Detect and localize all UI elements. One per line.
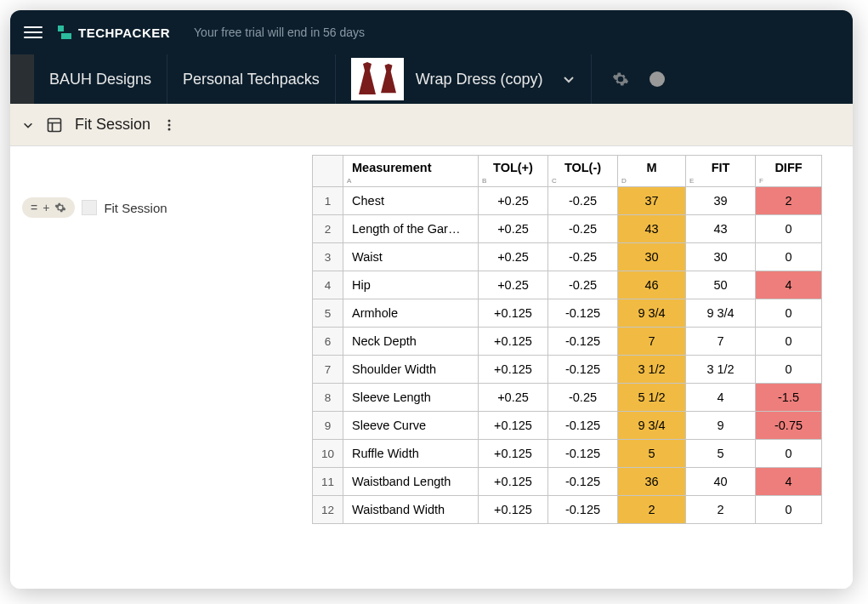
cell-fit[interactable]: 5 xyxy=(686,440,756,468)
table-row[interactable]: 6Neck Depth+0.125-0.125770 xyxy=(313,328,822,356)
th-fit[interactable]: FITE xyxy=(686,156,756,187)
cell-measurement[interactable]: Sleeve Length xyxy=(343,384,479,412)
cell-m[interactable]: 5 1/2 xyxy=(618,384,686,412)
brand-logo[interactable]: TECHPACKER xyxy=(58,26,170,40)
cell-diff[interactable]: 0 xyxy=(756,496,822,524)
chevron-down-icon[interactable] xyxy=(22,119,34,131)
table-row[interactable]: 10Ruffle Width+0.125-0.125550 xyxy=(313,440,822,468)
cell-measurement[interactable]: Ruffle Width xyxy=(343,440,479,468)
cell-tol-minus[interactable]: -0.25 xyxy=(548,187,618,215)
cell-tol-minus[interactable]: -0.125 xyxy=(548,496,618,524)
cell-fit[interactable]: 40 xyxy=(686,468,756,496)
th-tol-minus[interactable]: TOL(-)C xyxy=(548,156,618,187)
cell-fit[interactable]: 7 xyxy=(686,328,756,356)
cell-tol-plus[interactable]: +0.25 xyxy=(479,215,548,243)
cell-fit[interactable]: 4 xyxy=(686,384,756,412)
cell-measurement[interactable]: Neck Depth xyxy=(343,328,479,356)
color-swatch[interactable] xyxy=(82,200,97,215)
fit-table[interactable]: MeasurementA TOL(+)B TOL(-)C MD FITE DIF… xyxy=(312,155,822,524)
cell-tol-minus[interactable]: -0.125 xyxy=(548,468,618,496)
cell-diff[interactable]: 0 xyxy=(756,440,822,468)
breadcrumb-product[interactable]: Wrap Dress (copy) xyxy=(336,54,592,104)
table-row[interactable]: 3Waist+0.25-0.2530300 xyxy=(313,243,822,271)
list-item-controls[interactable]: = + xyxy=(22,197,75,218)
list-item[interactable]: = + Fit Session xyxy=(22,197,300,218)
cell-m[interactable]: 46 xyxy=(618,271,686,299)
cell-tol-minus[interactable]: -0.25 xyxy=(548,384,618,412)
cell-tol-plus[interactable]: +0.125 xyxy=(479,356,548,384)
more-icon[interactable] xyxy=(162,118,176,132)
table-row[interactable]: 9Sleeve Curve+0.125-0.1259 3/49-0.75 xyxy=(313,412,822,440)
th-tol-plus[interactable]: TOL(+)B xyxy=(479,156,548,187)
cell-measurement[interactable]: Waistband Length xyxy=(343,468,479,496)
table-row[interactable]: 7Shoulder Width+0.125-0.1253 1/23 1/20 xyxy=(313,356,822,384)
cell-diff[interactable]: 4 xyxy=(756,271,822,299)
cell-m[interactable]: 7 xyxy=(618,328,686,356)
avatar[interactable] xyxy=(650,71,665,87)
cell-diff[interactable]: 0 xyxy=(756,328,822,356)
cell-tol-minus[interactable]: -0.25 xyxy=(548,243,618,271)
cell-m[interactable]: 36 xyxy=(618,468,686,496)
th-measurement[interactable]: MeasurementA xyxy=(343,156,479,187)
gear-icon[interactable] xyxy=(612,71,629,88)
cell-tol-plus[interactable]: +0.125 xyxy=(479,299,548,328)
table-row[interactable]: 1Chest+0.25-0.2537392 xyxy=(313,187,822,215)
drag-icon[interactable]: = xyxy=(31,201,37,214)
cell-fit[interactable]: 9 xyxy=(686,412,756,440)
add-icon[interactable]: + xyxy=(43,201,49,214)
cell-m[interactable]: 5 xyxy=(618,440,686,468)
cell-tol-plus[interactable]: +0.25 xyxy=(479,187,548,215)
cell-m[interactable]: 37 xyxy=(618,187,686,215)
cell-tol-plus[interactable]: +0.25 xyxy=(479,384,548,412)
cell-m[interactable]: 30 xyxy=(618,243,686,271)
cell-tol-minus[interactable]: -0.125 xyxy=(548,328,618,356)
cell-fit[interactable]: 9 3/4 xyxy=(686,299,756,328)
table-row[interactable]: 2Length of the Garment+0.25-0.2543430 xyxy=(313,215,822,243)
cell-m[interactable]: 9 3/4 xyxy=(618,412,686,440)
cell-fit[interactable]: 50 xyxy=(686,271,756,299)
cell-diff[interactable]: 4 xyxy=(756,468,822,496)
cell-measurement[interactable]: Chest xyxy=(343,187,479,215)
cell-m[interactable]: 9 3/4 xyxy=(618,299,686,328)
cell-tol-plus[interactable]: +0.125 xyxy=(479,328,548,356)
layout-icon[interactable] xyxy=(46,117,63,134)
cell-tol-plus[interactable]: +0.25 xyxy=(479,243,548,271)
cell-tol-minus[interactable]: -0.125 xyxy=(548,440,618,468)
cell-measurement[interactable]: Armhole xyxy=(343,299,479,328)
cell-diff[interactable]: -0.75 xyxy=(756,412,822,440)
cell-diff[interactable]: 0 xyxy=(756,215,822,243)
cell-diff[interactable]: -1.5 xyxy=(756,384,822,412)
cell-diff[interactable]: 0 xyxy=(756,299,822,328)
cell-tol-plus[interactable]: +0.25 xyxy=(479,271,548,299)
cell-diff[interactable]: 0 xyxy=(756,356,822,384)
cell-fit[interactable]: 30 xyxy=(686,243,756,271)
table-row[interactable]: 4Hip+0.25-0.2546504 xyxy=(313,271,822,299)
cell-m[interactable]: 43 xyxy=(618,215,686,243)
cell-fit[interactable]: 3 1/2 xyxy=(686,356,756,384)
menu-button[interactable] xyxy=(24,26,43,38)
breadcrumb-category[interactable]: Personal Techpacks xyxy=(167,54,336,104)
cell-measurement[interactable]: Length of the Garment xyxy=(343,215,479,243)
cell-tol-minus[interactable]: -0.25 xyxy=(548,271,618,299)
cell-measurement[interactable]: Hip xyxy=(343,271,479,299)
cell-tol-plus[interactable]: +0.125 xyxy=(479,412,548,440)
table-row[interactable]: 5Armhole+0.125-0.1259 3/49 3/40 xyxy=(313,299,822,328)
th-m[interactable]: MD xyxy=(618,156,686,187)
cell-fit[interactable]: 43 xyxy=(686,215,756,243)
cell-measurement[interactable]: Sleeve Curve xyxy=(343,412,479,440)
cell-tol-plus[interactable]: +0.125 xyxy=(479,468,548,496)
cell-m[interactable]: 3 1/2 xyxy=(618,356,686,384)
cell-fit[interactable]: 39 xyxy=(686,187,756,215)
cell-diff[interactable]: 2 xyxy=(756,187,822,215)
cell-tol-plus[interactable]: +0.125 xyxy=(479,496,548,524)
breadcrumb-org[interactable]: BAUH Designs xyxy=(34,54,167,104)
cell-measurement[interactable]: Shoulder Width xyxy=(343,356,479,384)
cell-fit[interactable]: 2 xyxy=(686,496,756,524)
cell-tol-minus[interactable]: -0.125 xyxy=(548,299,618,328)
cell-measurement[interactable]: Waistband Width xyxy=(343,496,479,524)
gear-icon[interactable] xyxy=(54,202,66,214)
table-row[interactable]: 8Sleeve Length+0.25-0.255 1/24-1.5 xyxy=(313,384,822,412)
cell-tol-plus[interactable]: +0.125 xyxy=(479,440,548,468)
cell-tol-minus[interactable]: -0.125 xyxy=(548,412,618,440)
cell-m[interactable]: 2 xyxy=(618,496,686,524)
